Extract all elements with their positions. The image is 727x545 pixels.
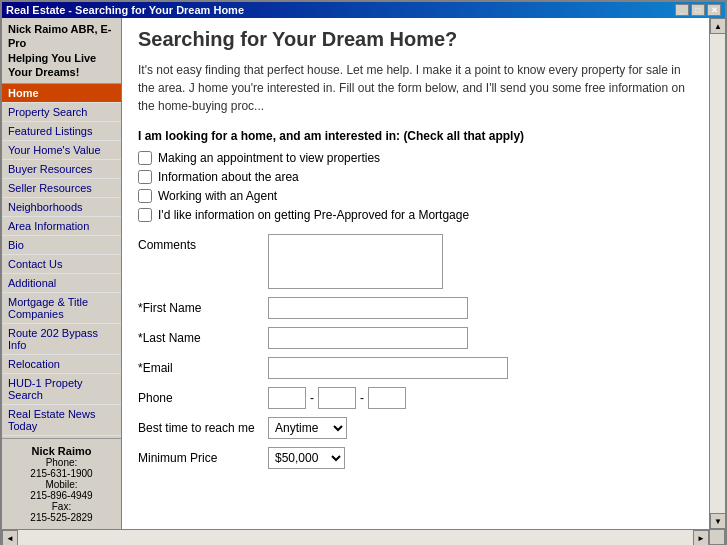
scroll-right-button[interactable]: ► bbox=[693, 530, 709, 545]
fax-number: 215-525-2829 bbox=[8, 512, 115, 523]
sidebar-item-bio[interactable]: Bio bbox=[2, 236, 121, 255]
first-name-label: *First Name bbox=[138, 297, 268, 315]
sidebar-item-relocation[interactable]: Relocation bbox=[2, 355, 121, 374]
sidebar-item-seller-resources[interactable]: Seller Resources bbox=[2, 179, 121, 198]
phone-dash-2: - bbox=[360, 391, 364, 405]
comments-input[interactable] bbox=[268, 234, 443, 289]
checkbox-row-1: Making an appointment to view properties bbox=[138, 151, 693, 165]
first-name-input[interactable] bbox=[268, 297, 468, 319]
sidebar-item-your-homes-value[interactable]: Your Home's Value bbox=[2, 141, 121, 160]
main-content: Searching for Your Dream Home? It's not … bbox=[122, 18, 709, 529]
phone-row: Phone - - bbox=[138, 387, 693, 409]
last-name-input[interactable] bbox=[268, 327, 468, 349]
window-title: Real Estate - Searching for Your Dream H… bbox=[6, 4, 244, 16]
fax-label: Fax: bbox=[8, 501, 115, 512]
min-price-row: Minimum Price $50,000 $100,000 $150,000 … bbox=[138, 447, 693, 469]
first-name-row: *First Name bbox=[138, 297, 693, 319]
comments-row: Comments bbox=[138, 234, 693, 289]
sidebar-item-additional[interactable]: Additional bbox=[2, 274, 121, 293]
phone-group: - - bbox=[268, 387, 406, 409]
sidebar-item-contact-us[interactable]: Contact Us bbox=[2, 255, 121, 274]
close-button[interactable]: ✕ bbox=[707, 4, 721, 16]
comments-label: Comments bbox=[138, 234, 268, 252]
sidebar-item-featured-listings[interactable]: Featured Listings bbox=[2, 122, 121, 141]
checkbox-label-agent: Working with an Agent bbox=[158, 189, 277, 203]
sidebar-item-buyer-resources[interactable]: Buyer Resources bbox=[2, 160, 121, 179]
phone-label: Phone: bbox=[8, 457, 115, 468]
minimize-button[interactable]: _ bbox=[675, 4, 689, 16]
phone-field-label: Phone bbox=[138, 387, 268, 405]
site-header: Nick Raimo ABR, E-Pro Helping You Live Y… bbox=[2, 18, 121, 84]
intro-text: It's not easy finding that perfect house… bbox=[138, 61, 693, 115]
sidebar-item-area-information[interactable]: Area Information bbox=[2, 217, 121, 236]
scroll-left-button[interactable]: ◄ bbox=[2, 530, 18, 545]
scroll-track-vertical[interactable] bbox=[710, 34, 725, 513]
vertical-scrollbar: ▲ ▼ bbox=[709, 18, 725, 529]
sidebar-item-mortgage[interactable]: Mortgage & Title Companies bbox=[2, 293, 121, 324]
bottom-bar: ◄ ► bbox=[2, 529, 725, 545]
checkbox-section-label: I am looking for a home, and am interest… bbox=[138, 129, 693, 143]
checkbox-preapproval[interactable] bbox=[138, 208, 152, 222]
email-label: *Email bbox=[138, 357, 268, 375]
sidebar-item-property-search[interactable]: Property Search bbox=[2, 103, 121, 122]
sidebar-item-route202[interactable]: Route 202 Bypass Info bbox=[2, 324, 121, 355]
min-price-label: Minimum Price bbox=[138, 447, 268, 465]
page-title: Searching for Your Dream Home? bbox=[138, 28, 693, 51]
email-row: *Email bbox=[138, 357, 693, 379]
last-name-label: *Last Name bbox=[138, 327, 268, 345]
sidebar: Nick Raimo ABR, E-Pro Helping You Live Y… bbox=[2, 18, 122, 529]
scrollbar-corner bbox=[709, 529, 725, 545]
phone-line[interactable] bbox=[368, 387, 406, 409]
sidebar-footer: Nick Raimo Phone: 215-631-1900 Mobile: 2… bbox=[2, 438, 121, 529]
checkbox-row-2: Information about the area bbox=[138, 170, 693, 184]
agent-name: Nick Raimo bbox=[8, 445, 115, 457]
email-input[interactable] bbox=[268, 357, 508, 379]
horizontal-scrollbar: ◄ ► bbox=[2, 529, 709, 545]
checkbox-label-appointment: Making an appointment to view properties bbox=[158, 151, 380, 165]
checkbox-label-area-info: Information about the area bbox=[158, 170, 299, 184]
maximize-button[interactable]: □ bbox=[691, 4, 705, 16]
mobile-label: Mobile: bbox=[8, 479, 115, 490]
phone-prefix[interactable] bbox=[318, 387, 356, 409]
sidebar-item-real-estate-news[interactable]: Real Estate News Today bbox=[2, 405, 121, 436]
checkbox-row-4: I'd like information on getting Pre-Appr… bbox=[138, 208, 693, 222]
mobile-number: 215-896-4949 bbox=[8, 490, 115, 501]
sidebar-item-neighborhoods[interactable]: Neighborhoods bbox=[2, 198, 121, 217]
site-name-line2: Helping You Live Your Dreams! bbox=[8, 51, 115, 80]
sidebar-item-hud1[interactable]: HUD-1 Propety Search bbox=[2, 374, 121, 405]
site-name-line1: Nick Raimo ABR, E-Pro bbox=[8, 22, 115, 51]
checkbox-label-preapproval: I'd like information on getting Pre-Appr… bbox=[158, 208, 469, 222]
phone-number: 215-631-1900 bbox=[8, 468, 115, 479]
checkbox-area-info[interactable] bbox=[138, 170, 152, 184]
min-price-select[interactable]: $50,000 $100,000 $150,000 $200,000 $250,… bbox=[268, 447, 345, 469]
phone-dash-1: - bbox=[310, 391, 314, 405]
title-bar: Real Estate - Searching for Your Dream H… bbox=[2, 2, 725, 18]
checkbox-group: Making an appointment to view properties… bbox=[138, 151, 693, 222]
scroll-track-horizontal[interactable] bbox=[18, 530, 693, 545]
checkbox-agent[interactable] bbox=[138, 189, 152, 203]
scroll-up-button[interactable]: ▲ bbox=[710, 18, 725, 34]
scroll-down-button[interactable]: ▼ bbox=[710, 513, 725, 529]
contact-form: Comments *First Name *Last Name *Email bbox=[138, 234, 693, 469]
best-time-label: Best time to reach me bbox=[138, 417, 268, 435]
sidebar-item-home[interactable]: Home bbox=[2, 84, 121, 103]
last-name-row: *Last Name bbox=[138, 327, 693, 349]
best-time-select[interactable]: Anytime Morning Afternoon Evening bbox=[268, 417, 347, 439]
checkbox-appointment[interactable] bbox=[138, 151, 152, 165]
best-time-row: Best time to reach me Anytime Morning Af… bbox=[138, 417, 693, 439]
phone-area-code[interactable] bbox=[268, 387, 306, 409]
checkbox-row-3: Working with an Agent bbox=[138, 189, 693, 203]
